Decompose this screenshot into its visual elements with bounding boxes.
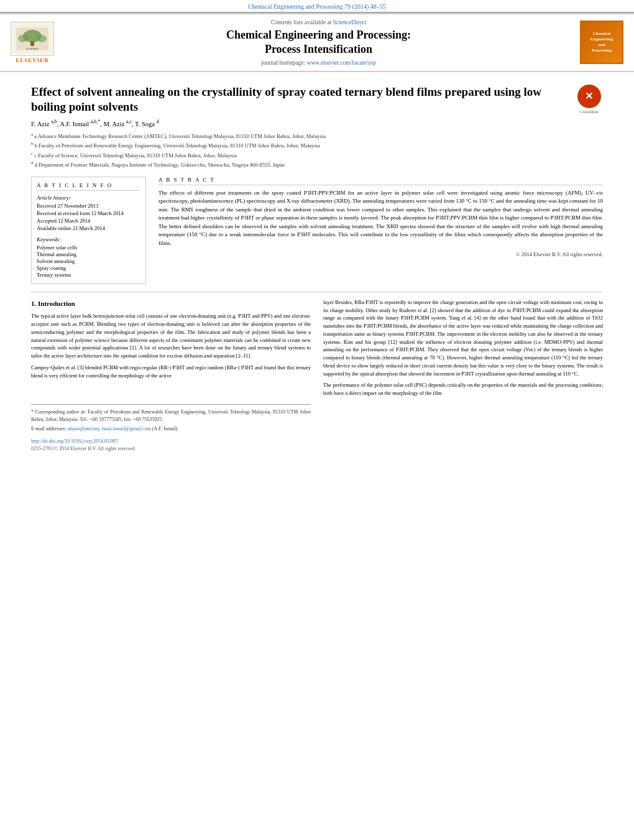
footnote-corresponding: * Corresponding author at: Faculty of Pe…: [31, 408, 311, 423]
keywords-heading: Keywords:: [37, 236, 140, 242]
sciencedirect-link[interactable]: ScienceDirect: [333, 19, 366, 25]
keyword-4: Spray coating: [37, 265, 140, 271]
intro-para-col2-1: layer Besides, RRa-P3HT is reportedly to…: [323, 298, 603, 378]
footnote-section: * Corresponding author at: Faculty of Pe…: [31, 404, 311, 433]
affil-c: c c Faculty of Science, Universiti Tekno…: [31, 150, 603, 160]
history-online: Available online 21 March 2014: [37, 225, 140, 231]
affil-d: d d Department of Frontier Materials, Na…: [31, 160, 603, 169]
email-link-2[interactable]: fauzi.ismail@gmail.com: [102, 426, 151, 432]
email-link-1[interactable]: afauzi@utm.my: [68, 426, 99, 432]
affil-a: a a Advance Membrane Technology Research…: [31, 131, 603, 141]
main-content: Effect of solvent annealing on the cryst…: [0, 72, 634, 461]
keyword-1: Polymer solar cells: [37, 244, 140, 251]
top-bar: Chemical Engineering and Processing 79 (…: [0, 0, 634, 12]
body-two-col: 1. Introduction The typical active layer…: [31, 298, 603, 453]
journal-logo-right: ChemicalEngineeringandProcessing: [580, 21, 627, 64]
body-col-right: layer Besides, RRa-P3HT is reportedly to…: [323, 298, 603, 453]
article-info-box: A R T I C L E I N F O Article history: R…: [31, 177, 146, 284]
svg-point-4: [18, 35, 28, 42]
intro-para-2: Campoy-Quiles et al. [3] blended PCBM wi…: [31, 364, 311, 380]
affiliations: a a Advance Membrane Technology Research…: [31, 131, 603, 169]
crossmark-label: CrossMark: [579, 109, 599, 114]
journal-logo-image-right: ChemicalEngineeringandProcessing: [580, 21, 623, 64]
history-received: Received 27 November 2013: [37, 203, 140, 209]
article-title: Effect of solvent annealing on the cryst…: [31, 85, 569, 115]
article-info-heading: A R T I C L E I N F O: [37, 182, 140, 191]
elsevier-logo-image: ELSEVIER: [11, 22, 54, 56]
elsevier-text-label: ELSEVIER: [16, 57, 49, 63]
history-heading: Article history:: [37, 195, 140, 201]
journal-homepage: journal homepage: www.elsevier.com/locat…: [63, 60, 574, 66]
doi-section: http://dx.doi.org/10.1016/j.cep.2014.03.…: [31, 438, 311, 445]
intro-para-1: The typical active layer bulk heterojunc…: [31, 312, 311, 360]
journal-reference: Chemical Engineering and Processing 79 (…: [248, 3, 386, 10]
svg-text:ELSEVIER: ELSEVIER: [27, 47, 39, 50]
journal-header: ELSEVIER ELSEVIER Contents lists availab…: [0, 13, 634, 72]
footnote-emails: E-mail addresses: afauzi@utm.my, fauzi.i…: [31, 425, 311, 433]
keyword-2: Thermal annealing: [37, 251, 140, 257]
homepage-url[interactable]: www.elsevier.com/locate/cep: [307, 60, 376, 66]
crossmark-icon: ✕: [577, 85, 601, 108]
right-logo-text: ChemicalEngineeringandProcessing: [590, 31, 613, 53]
abstract-text: The effects of different post treatments…: [158, 189, 603, 248]
crossmark: ✕ CrossMark: [575, 85, 603, 114]
history-accepted: Accepted 12 March 2014: [37, 218, 140, 224]
svg-point-5: [37, 35, 47, 42]
elsevier-logo: ELSEVIER ELSEVIER: [7, 22, 57, 63]
article-title-section: Effect of solvent annealing on the cryst…: [31, 80, 603, 115]
history-section: Article history: Received 27 November 20…: [37, 195, 140, 231]
journal-center: Contents lists available at ScienceDirec…: [63, 19, 574, 66]
abstract-heading: A B S T R A C T: [158, 177, 603, 185]
contents-line: Contents lists available at ScienceDirec…: [63, 19, 574, 25]
section-divider: [31, 292, 603, 292]
abstract-section: A B S T R A C T The effects of different…: [158, 177, 603, 284]
keywords-section: Keywords: Polymer solar cells Thermal an…: [37, 236, 140, 278]
copyright: © 2014 Elsevier B.V. All rights reserved…: [158, 251, 603, 257]
authors-line: F. Aziz a,b, A.F. Ismail a,b,*, M. Aziz …: [31, 119, 603, 127]
intro-para-col2-2: The performance of the polymer solar cel…: [323, 381, 603, 397]
body-col-left: 1. Introduction The typical active layer…: [31, 298, 311, 453]
contents-text: Contents lists available at: [271, 19, 331, 25]
journal-title: Chemical Engineering and Processing:Proc…: [63, 28, 574, 57]
keyword-3: Solvent annealing: [37, 258, 140, 264]
keyword-5: Ternary systems: [37, 272, 140, 278]
section-1-title: 1. Introduction: [31, 298, 311, 309]
affil-b: b b Faculty of Petroleum and Renewable E…: [31, 141, 603, 150]
history-revised: Received in revised form 12 March 2014: [37, 210, 140, 216]
doi-link[interactable]: http://dx.doi.org/10.1016/j.cep.2014.03.…: [31, 438, 118, 444]
issn-section: 0255-2701/© 2014 Elsevier B.V. All right…: [31, 445, 311, 453]
svg-rect-3: [30, 41, 34, 46]
article-info-abstract-container: A R T I C L E I N F O Article history: R…: [31, 177, 603, 284]
